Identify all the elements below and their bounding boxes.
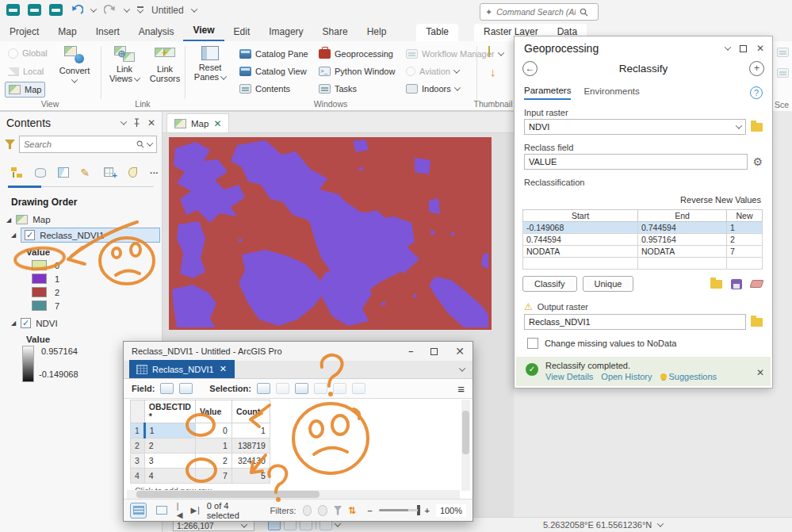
tab-table[interactable]: Table xyxy=(416,24,458,41)
horizontal-scrollbar[interactable] xyxy=(127,490,460,499)
reclass-layer-selected[interactable]: ✓ Reclass_NDVI1 xyxy=(21,228,160,243)
output-raster-input[interactable] xyxy=(524,314,746,330)
reclass-row[interactable]: -0.1490680.7445941 xyxy=(523,222,763,234)
coordinates-chevron[interactable] xyxy=(657,520,664,526)
panel-menu-chevron[interactable] xyxy=(725,44,731,50)
zoom-out-icon[interactable]: – xyxy=(367,506,372,515)
tab-map[interactable]: Map xyxy=(48,24,86,41)
view-details-link[interactable]: View Details xyxy=(545,372,593,381)
contents-menu-chevron[interactable] xyxy=(121,118,127,124)
list-by-editing-icon[interactable]: ✎ xyxy=(81,166,93,179)
table-tab-close-icon[interactable]: ✕ xyxy=(220,364,227,374)
browse-folder-icon[interactable] xyxy=(751,123,763,132)
indoors-button[interactable]: Indoors xyxy=(403,81,463,97)
first-record-icon[interactable]: |◀ xyxy=(177,502,185,519)
reclass-field-input[interactable] xyxy=(524,154,748,170)
switch-selection-icon[interactable] xyxy=(295,383,308,394)
tab-project[interactable]: Project xyxy=(0,24,48,41)
pin-icon[interactable] xyxy=(133,118,140,128)
map-view-tab[interactable]: Map ✕ xyxy=(166,113,229,132)
customize-qat-icon[interactable] xyxy=(137,6,143,13)
panel-float-icon[interactable] xyxy=(740,45,747,52)
load-remap-folder-icon[interactable] xyxy=(710,280,722,289)
thumbnail-create-icon[interactable] xyxy=(488,47,490,56)
geoprocessing-button[interactable]: Geoprocessing xyxy=(316,46,396,62)
column-value[interactable]: Value xyxy=(195,400,231,423)
reclass-row[interactable]: 0.7445940.9571642 xyxy=(523,234,763,246)
reclass-row[interactable]: NODATANODATA7 xyxy=(523,246,763,258)
window-close-icon[interactable]: ✕ xyxy=(455,345,465,358)
layer-checkbox[interactable]: ✓ xyxy=(25,230,35,240)
redo-menu-chevron[interactable] xyxy=(124,6,130,12)
contents-search-input[interactable] xyxy=(24,140,133,149)
save-project-icon[interactable] xyxy=(49,4,63,16)
tab-analysis[interactable]: Analysis xyxy=(129,24,184,41)
list-by-drawing-order-icon[interactable] xyxy=(11,166,23,179)
classify-button[interactable]: Classify xyxy=(522,276,577,292)
back-icon[interactable]: ← xyxy=(522,61,538,76)
select-by-attributes-icon[interactable] xyxy=(257,383,270,394)
contents-button[interactable]: Contents xyxy=(236,81,293,97)
table-window-titlebar[interactable]: Reclass_NDVI1 - Untitled - ArcGIS Pro – … xyxy=(124,342,473,361)
gear-icon[interactable]: ⚙ xyxy=(752,155,763,168)
more-options-icon[interactable]: ··· xyxy=(150,168,159,178)
zoom-slider[interactable] xyxy=(379,509,419,511)
undo-icon[interactable] xyxy=(71,5,83,16)
output-browse-folder-icon[interactable] xyxy=(751,318,763,327)
link-cursors-button[interactable]: + Link Cursors xyxy=(146,44,184,83)
filter-funnel-icon[interactable] xyxy=(5,140,15,149)
tab-help[interactable]: Help xyxy=(358,24,396,41)
contents-close-icon[interactable]: ✕ xyxy=(147,117,155,128)
list-by-selection-icon[interactable] xyxy=(57,166,69,179)
document-title-chevron[interactable] xyxy=(190,6,197,12)
add-field-icon[interactable] xyxy=(160,383,174,394)
reclass-empty-row[interactable] xyxy=(523,258,763,270)
reset-panes-button[interactable]: Reset Panes xyxy=(189,44,231,82)
command-search[interactable]: ✦ xyxy=(480,3,599,21)
expander-icon[interactable]: ◢ xyxy=(11,320,16,327)
new-project-icon[interactable] xyxy=(6,4,20,16)
table-row[interactable]: 4 4 7 5 xyxy=(131,469,270,484)
tasks-button[interactable]: Tasks xyxy=(316,81,360,97)
list-by-snapping-icon[interactable]: + xyxy=(104,166,116,179)
scale-input[interactable] xyxy=(177,521,239,530)
row-selector-header[interactable] xyxy=(131,400,145,423)
output-raster-value[interactable] xyxy=(529,317,741,327)
zoom-in-icon[interactable]: + xyxy=(424,506,429,515)
input-raster-combo[interactable] xyxy=(524,119,746,135)
list-by-data-source-icon[interactable] xyxy=(34,166,46,179)
reverse-new-values-link[interactable]: Reverse New Values xyxy=(515,189,772,208)
search-options-chevron[interactable] xyxy=(147,140,153,146)
tab-insert[interactable]: Insert xyxy=(86,24,129,41)
tab-edit[interactable]: Edit xyxy=(224,24,260,41)
column-count[interactable]: Count xyxy=(231,400,270,423)
reclass-field-value[interactable] xyxy=(529,157,743,166)
map-tab-close-icon[interactable]: ✕ xyxy=(213,118,221,129)
expander-icon[interactable]: ◢ xyxy=(6,216,11,224)
clear-remap-icon[interactable] xyxy=(749,280,763,288)
command-search-input[interactable] xyxy=(496,7,576,17)
table-menu-icon[interactable]: ≡ xyxy=(457,382,465,396)
undo-menu-chevron[interactable] xyxy=(90,6,97,12)
table-row[interactable]: 3 3 2 324130 xyxy=(131,454,270,469)
tab-list-chevron[interactable] xyxy=(459,365,465,371)
table-tab[interactable]: Reclass_NDVI1 ✕ xyxy=(129,360,235,378)
suggestions-link[interactable]: Suggestions xyxy=(669,372,717,381)
filter-table-icon[interactable] xyxy=(334,506,342,515)
link-views-button[interactable]: ⊕ Link Views xyxy=(105,44,144,83)
scale-chevron[interactable] xyxy=(241,521,247,527)
tab-imagery[interactable]: Imagery xyxy=(259,24,312,41)
open-project-icon[interactable] xyxy=(28,4,41,16)
form-view-icon[interactable] xyxy=(153,503,170,519)
expander-icon[interactable]: ◢ xyxy=(11,232,16,239)
tab-view[interactable]: View xyxy=(183,22,224,41)
message-close-icon[interactable]: ✕ xyxy=(756,367,764,386)
reclassification-table[interactable]: Start End New -0.1490680.7445941 0.74459… xyxy=(522,209,763,270)
add-to-model-icon[interactable]: + xyxy=(749,61,764,76)
zoom-slider-thumb[interactable] xyxy=(417,505,420,515)
table-view-icon[interactable] xyxy=(130,503,147,519)
layer-checkbox[interactable]: ✓ xyxy=(21,318,31,328)
nodata-checkbox[interactable] xyxy=(527,338,538,349)
open-history-link[interactable]: Open History xyxy=(601,372,652,381)
list-by-labeling-icon[interactable] xyxy=(127,166,139,179)
